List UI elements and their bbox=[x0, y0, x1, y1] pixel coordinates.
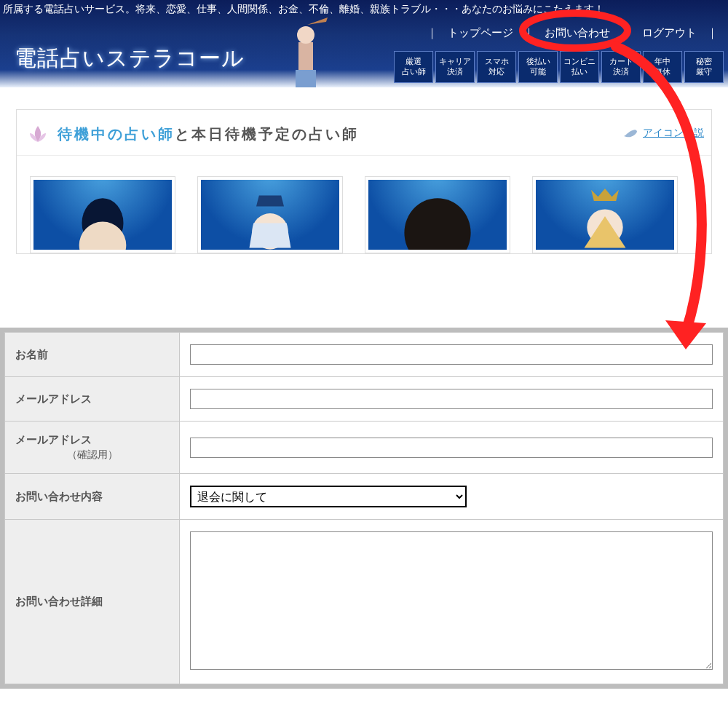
subject-select[interactable]: 退会に関して bbox=[190, 486, 467, 507]
section-title-rest: と本日待機予定の占い師 bbox=[175, 124, 359, 144]
badge-item: 厳選 占い師 bbox=[394, 51, 433, 83]
contact-form-table: お名前 メールアドレス メールアドレス （確認用） お問い合わせ内容 退会に関し… bbox=[4, 332, 724, 684]
nav-sep: ｜ bbox=[704, 26, 721, 39]
nav-contact-link[interactable]: お問い合わせ bbox=[540, 23, 614, 41]
svg-rect-2 bbox=[296, 70, 316, 87]
fortune-teller-card[interactable] bbox=[365, 176, 510, 253]
top-banner: 所属する電話占いサービス。将来、恋愛、仕事、人間関係、お金、不倫、離婚、親族トラ… bbox=[0, 0, 728, 87]
nav-logout-link[interactable]: ログアウト bbox=[638, 23, 701, 41]
lotus-icon bbox=[25, 123, 50, 145]
main-area: 待機中の占い師 と本日待機予定の占い師 アイコンの説 bbox=[0, 87, 728, 254]
label-email-confirm-sub: （確認用） bbox=[15, 448, 169, 462]
icon-legend-link[interactable]: アイコンの説 bbox=[622, 126, 704, 141]
label-email: メールアドレス bbox=[5, 377, 180, 422]
site-title: 電話占いステラコール bbox=[15, 44, 245, 74]
badge-item: 年中 無休 bbox=[643, 51, 682, 83]
fortune-teller-image bbox=[536, 180, 674, 250]
label-email-confirm: メールアドレス （確認用） bbox=[5, 422, 180, 474]
fortune-teller-card[interactable] bbox=[30, 176, 175, 253]
contact-form-panel: お名前 メールアドレス メールアドレス （確認用） お問い合わせ内容 退会に関し… bbox=[0, 328, 728, 689]
fortune-teller-image bbox=[33, 180, 172, 250]
nav-sep: ｜ bbox=[521, 26, 537, 39]
section-header: 待機中の占い師 と本日待機予定の占い師 アイコンの説 bbox=[17, 110, 711, 156]
fortune-teller-card-row bbox=[17, 156, 711, 253]
badge-item: カード 決済 bbox=[601, 51, 641, 83]
label-subject: お問い合わせ内容 bbox=[5, 474, 180, 520]
email-input[interactable] bbox=[190, 389, 713, 409]
main-panel: 待機中の占い師 と本日待機予定の占い師 アイコンの説 bbox=[16, 109, 712, 254]
email-confirm-input[interactable] bbox=[190, 438, 713, 458]
dove-icon bbox=[622, 126, 638, 141]
icon-legend-label: アイコンの説 bbox=[643, 127, 704, 140]
nav-sep: ｜ bbox=[618, 26, 635, 39]
fortune-teller-image bbox=[368, 180, 507, 250]
label-name: お名前 bbox=[5, 333, 180, 377]
badge-item: キャリア 決済 bbox=[435, 51, 475, 83]
feature-badge-row: 厳選 占い師 キャリア 決済 スマホ 対応 後払い 可能 コンビニ 払い カード… bbox=[394, 51, 724, 83]
svg-point-1 bbox=[297, 26, 314, 44]
fortune-teller-card[interactable] bbox=[532, 176, 678, 253]
svg-rect-0 bbox=[298, 42, 313, 71]
fortune-teller-card[interactable] bbox=[197, 176, 343, 253]
top-nav: ｜ トップページ ｜ お問い合わせ ｜ ログアウト ｜ bbox=[424, 26, 721, 40]
detail-textarea[interactable] bbox=[190, 531, 713, 670]
badge-item: スマホ 対応 bbox=[477, 51, 516, 83]
svg-point-6 bbox=[404, 198, 470, 250]
section-title-strong: 待機中の占い師 bbox=[58, 124, 175, 144]
fortune-teller-image bbox=[201, 180, 339, 250]
nav-sep: ｜ bbox=[424, 26, 440, 39]
name-input[interactable] bbox=[190, 344, 713, 365]
mascot-figure-icon bbox=[277, 17, 335, 87]
nav-top-link[interactable]: トップページ bbox=[443, 23, 518, 41]
badge-item: コンビニ 払い bbox=[560, 51, 599, 83]
badge-item: 後払い 可能 bbox=[518, 51, 558, 83]
label-email-confirm-main: メールアドレス bbox=[15, 433, 92, 446]
label-detail: お問い合わせ詳細 bbox=[5, 520, 180, 684]
tagline-text: 所属する電話占いサービス。将来、恋愛、仕事、人間関係、お金、不倫、離婚、親族トラ… bbox=[3, 3, 725, 16]
badge-item: 秘密 厳守 bbox=[684, 51, 724, 83]
